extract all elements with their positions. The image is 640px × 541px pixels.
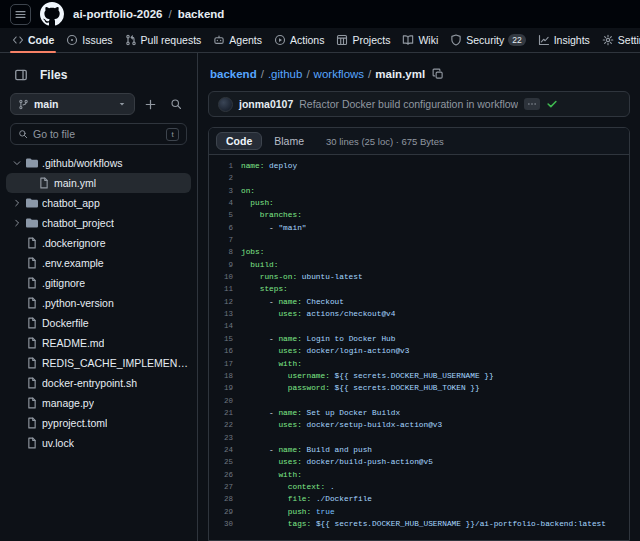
tree-item-manage-py[interactable]: manage.py <box>6 393 191 413</box>
line-number[interactable]: 14 <box>209 320 241 332</box>
line-number[interactable]: 10 <box>209 271 241 283</box>
keyboard-shortcut-hint: t <box>166 128 179 141</box>
code-line-text: on: <box>241 185 255 197</box>
tab-label: Insights <box>554 34 590 46</box>
line-number[interactable]: 26 <box>209 469 241 481</box>
line-number[interactable]: 16 <box>209 345 241 357</box>
github-logo[interactable] <box>40 2 64 26</box>
tree-item-redis-cache-implementa-[interactable]: REDIS_CACHE_IMPLEMENTA... <box>6 353 191 373</box>
tree-item--gitignore[interactable]: .gitignore <box>6 273 191 293</box>
line-number[interactable]: 17 <box>209 358 241 370</box>
line-number[interactable]: 18 <box>209 370 241 382</box>
branch-selector[interactable]: main <box>10 93 135 115</box>
go-to-file-input[interactable]: Go to file t <box>10 123 187 145</box>
line-number[interactable]: 6 <box>209 222 241 234</box>
wiki-icon <box>402 34 414 46</box>
line-number[interactable]: 8 <box>209 246 241 258</box>
line-number[interactable]: 12 <box>209 296 241 308</box>
line-number[interactable]: 23 <box>209 432 241 444</box>
tree-item-dockerfile[interactable]: Dockerfile <box>6 313 191 333</box>
tree-item-chatbot-app[interactable]: chatbot_app <box>6 193 191 213</box>
commit-message-link[interactable]: Refactor Docker build configuration in w… <box>299 98 518 110</box>
commit-author-link[interactable]: jonma0107 <box>239 98 293 110</box>
line-number[interactable]: 13 <box>209 308 241 320</box>
chevron-down-icon <box>12 158 22 168</box>
tab-code[interactable]: Code <box>216 132 262 150</box>
line-number[interactable]: 20 <box>209 395 241 407</box>
tab-projects[interactable]: Projects <box>330 28 396 52</box>
tree-item-readme-md[interactable]: README.md <box>6 333 191 353</box>
line-number[interactable]: 7 <box>209 234 241 246</box>
line-number[interactable]: 15 <box>209 333 241 345</box>
line-number[interactable]: 24 <box>209 444 241 456</box>
line-number[interactable]: 4 <box>209 197 241 209</box>
file-content-header: CodeBlame 30 lines (25 loc) · 675 Bytes <box>209 128 629 155</box>
repo-owner-link[interactable]: ai-portfolio-2026 <box>73 8 162 20</box>
line-number[interactable]: 29 <box>209 506 241 518</box>
line-number[interactable]: 22 <box>209 419 241 431</box>
breadcrumb-workflows[interactable]: workflows <box>312 68 366 80</box>
sidebar-controls: main <box>0 93 197 115</box>
tree-item-label: pyproject.toml <box>42 417 107 429</box>
tree-item-chatbot-project[interactable]: chatbot_project <box>6 213 191 233</box>
repo-name-link[interactable]: backend <box>178 8 225 20</box>
tree-item--env-example[interactable]: .env.example <box>6 253 191 273</box>
tab-wiki[interactable]: Wiki <box>396 28 444 52</box>
add-file-button[interactable] <box>139 93 161 115</box>
code-line: 30 tags: ${{ secrets.DOCKER_HUB_USERNAME… <box>209 518 629 530</box>
tree-item-pyproject-toml[interactable]: pyproject.toml <box>6 413 191 433</box>
line-number[interactable]: 30 <box>209 518 241 530</box>
folder-icon <box>26 217 38 229</box>
tree-item--github-workflows[interactable]: .github/workflows <box>6 153 191 173</box>
code-line: 16 uses: docker/login-action@v3 <box>209 345 629 357</box>
file-icon <box>26 317 38 329</box>
file-icon <box>26 357 38 369</box>
line-number[interactable]: 11 <box>209 283 241 295</box>
line-number[interactable]: 3 <box>209 185 241 197</box>
line-number[interactable]: 1 <box>209 160 241 172</box>
line-number[interactable]: 28 <box>209 493 241 505</box>
tab-pull-requests[interactable]: Pull requests <box>119 28 208 52</box>
line-number[interactable]: 9 <box>209 259 241 271</box>
tree-item-label: README.md <box>42 337 104 349</box>
collapse-sidebar-button[interactable] <box>10 64 32 86</box>
file-icon <box>26 337 38 349</box>
commit-status-check-icon[interactable] <box>546 98 558 110</box>
line-number[interactable]: 25 <box>209 456 241 468</box>
tab-insights[interactable]: Insights <box>532 28 596 52</box>
line-number[interactable]: 21 <box>209 407 241 419</box>
tree-item--dockerignore[interactable]: .dockerignore <box>6 233 191 253</box>
tab-security[interactable]: Security22 <box>444 28 531 52</box>
expand-commit-message-button[interactable] <box>524 98 540 110</box>
tree-item-docker-entrypoint-sh[interactable]: docker-entrypoint.sh <box>6 373 191 393</box>
tree-item-main-yml[interactable]: main.yml <box>6 173 191 193</box>
tab-agents[interactable]: Agents <box>207 28 268 52</box>
breadcrumb-backend[interactable]: backend <box>208 68 259 80</box>
tab-actions[interactable]: Actions <box>268 28 330 52</box>
file-icon <box>26 417 38 429</box>
ellipsis-icon <box>527 99 537 109</box>
search-icon <box>18 129 28 139</box>
code-line: 20 <box>209 395 629 407</box>
tab-settings[interactable]: Settings <box>596 28 640 52</box>
tree-item-label: .env.example <box>42 257 104 269</box>
line-number[interactable]: 27 <box>209 481 241 493</box>
tab-blame[interactable]: Blame <box>264 132 314 150</box>
code-line-text: uses: docker/build-push-action@v5 <box>241 456 433 468</box>
hamburger-menu-button[interactable] <box>10 4 31 25</box>
commit-author-avatar[interactable] <box>218 97 233 112</box>
copy-path-button[interactable] <box>432 68 444 80</box>
tree-item-uv-lock[interactable]: uv.lock <box>6 433 191 453</box>
file-view-main: backend/.github/workflows/main.yml jonma… <box>198 53 640 541</box>
tab-code[interactable]: Code <box>6 28 60 52</box>
line-number[interactable]: 19 <box>209 382 241 394</box>
tab-issues[interactable]: Issues <box>60 28 118 52</box>
line-number[interactable]: 5 <box>209 209 241 221</box>
tree-item--python-version[interactable]: .python-version <box>6 293 191 313</box>
tab-label: Security <box>466 34 504 46</box>
line-number[interactable]: 2 <box>209 172 241 184</box>
breadcrumb--github[interactable]: .github <box>266 68 305 80</box>
code-line-text: branches: <box>241 209 302 221</box>
tree-item-label: manage.py <box>42 397 94 409</box>
search-this-repo-button[interactable] <box>165 93 187 115</box>
